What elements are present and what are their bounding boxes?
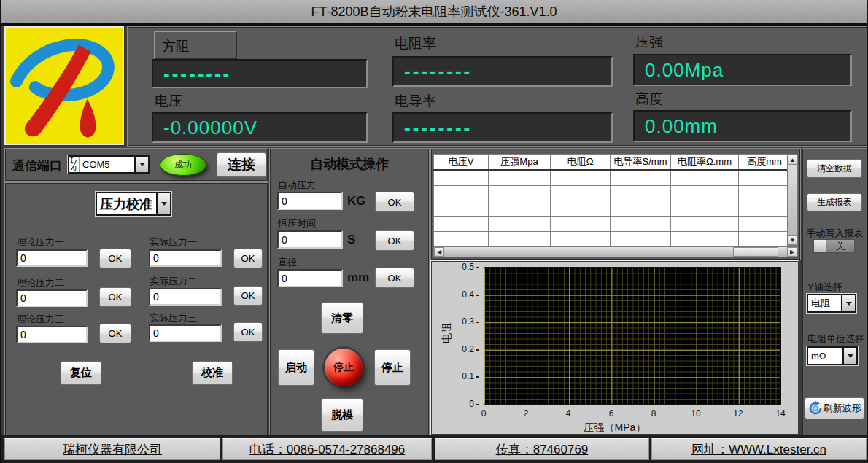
chevron-down-icon[interactable] (842, 348, 856, 364)
zero-button[interactable]: 清零 (321, 302, 363, 334)
hold-time-input[interactable] (277, 230, 343, 249)
sheet-resistance-label: 方阻 (154, 31, 237, 59)
emergency-stop-button[interactable]: 停止 (325, 349, 363, 386)
actual-pressure-1-input[interactable] (149, 249, 222, 267)
stop-button[interactable]: 停止 (374, 349, 411, 386)
hold-time-ok-button[interactable]: OK (375, 230, 414, 251)
hold-time-unit: S (347, 233, 355, 247)
clear-data-button[interactable]: 清空数据 (807, 159, 862, 178)
theoretical-pressure-3-ok-button[interactable]: OK (99, 324, 131, 343)
auto-mode-panel: 自动模式操作 自动压力 KG OK 恒压时间 S OK 直径 mm OK 清零 … (269, 148, 430, 437)
theoretical-pressure-2-input[interactable] (16, 289, 88, 307)
y-tick: 0.2 (454, 344, 479, 354)
col-resistivity: 电阻率Ω.mm (671, 155, 739, 171)
chart-plot-area[interactable] (484, 267, 781, 405)
data-table-panel: 电压V 压强Mpa 电阻Ω 电导率S/mm 电阻率Ω.mm 高度mm ▲ ▼ ◀… (430, 148, 801, 260)
table-row (434, 217, 791, 232)
start-button[interactable]: 启动 (278, 349, 314, 386)
scroll-right-icon[interactable]: ▶ (787, 247, 797, 257)
actual-pressure-2-ok-button[interactable]: OK (233, 286, 263, 306)
diameter-unit: mm (347, 271, 369, 285)
unit-select-label: 电阻单位选择 (807, 332, 864, 346)
scrollbar-thumb[interactable] (733, 247, 778, 257)
com-port-select[interactable]: I O COM5 (68, 155, 150, 174)
actual-pressure-2-input[interactable] (149, 288, 222, 306)
calibration-mode-select[interactable]: 压力校准 (96, 192, 171, 216)
height-label: 高度 (635, 90, 663, 109)
manual-report-toggle[interactable]: 关 (813, 239, 855, 253)
app-window: FT-8200B自动粉末电阻率测试仪-361.V1.0 方阻 -------- … (0, 0, 868, 463)
x-tick: 8 (643, 408, 664, 419)
connection-status-led: 成功 (160, 154, 206, 176)
window-title: FT-8200B自动粉末电阻率测试仪-361.V1.0 (311, 3, 557, 20)
y-tick: 0.3 (454, 316, 479, 327)
table-row (434, 201, 791, 217)
chevron-down-icon[interactable] (841, 295, 855, 311)
unit-value: mΩ (808, 348, 842, 364)
table-vertical-scrollbar[interactable]: ▲ ▼ (787, 154, 798, 246)
measurement-display-panel: 方阻 -------- 电压 -0.00000V 电阻率 -------- 电导… (127, 26, 868, 147)
diameter-ok-button[interactable]: OK (375, 268, 414, 288)
calibration-panel: 压力校准 理论压力一 OK 实际压力一 OK 理论压力二 OK 实际压力二 OK… (4, 182, 268, 437)
voltage-display: -0.00000V (152, 112, 368, 143)
title-bar: FT-8200B自动粉末电阻率测试仪-361.V1.0 (1, 0, 867, 26)
sheet-resistance-display: -------- (152, 59, 368, 88)
generate-report-button[interactable]: 生成报表 (807, 193, 862, 211)
theoretical-pressure-1-input[interactable] (16, 249, 88, 267)
y-axis-select-label: Y轴选择 (807, 281, 842, 294)
measurement-table[interactable]: 电压V 压强Mpa 电阻Ω 电导率S/mm 电阻率Ω.mm 高度mm (433, 154, 791, 247)
auto-pressure-input[interactable] (277, 192, 343, 210)
refresh-icon (808, 401, 823, 416)
chevron-down-icon[interactable] (134, 157, 148, 172)
col-conductivity: 电导率S/mm (611, 155, 671, 171)
unit-select[interactable]: mΩ (807, 346, 858, 365)
chevron-down-icon[interactable] (156, 193, 170, 214)
scroll-up-icon[interactable]: ▲ (788, 155, 797, 165)
theoretical-pressure-1-label: 理论压力一 (17, 236, 64, 249)
demold-button[interactable]: 脱模 (321, 398, 363, 432)
svg-text:I: I (70, 157, 74, 164)
footer-website: 网址：WWW.Lxtester.cn (651, 438, 867, 460)
col-pressure: 压强Mpa (489, 155, 551, 171)
hold-time-label: 恒压时间 (278, 217, 316, 230)
comm-port-panel: 通信端口 I O COM5 成功 连接 (4, 148, 268, 182)
theoretical-pressure-2-ok-button[interactable]: OK (99, 287, 131, 307)
table-horizontal-scrollbar[interactable]: ◀ ▶ (433, 246, 798, 257)
auto-pressure-ok-button[interactable]: OK (375, 192, 414, 212)
chart-x-axis-label: 压强（MPa） (431, 421, 799, 435)
theoretical-pressure-1-ok-button[interactable]: OK (99, 249, 131, 268)
col-voltage: 电压V (434, 155, 489, 171)
reset-button[interactable]: 复位 (61, 361, 101, 385)
actual-pressure-3-input[interactable] (149, 324, 222, 342)
scroll-left-icon[interactable]: ◀ (434, 247, 444, 257)
refresh-waveform-button[interactable]: 刷新波形 (805, 397, 864, 419)
col-height: 高度mm (739, 155, 791, 171)
table-row (434, 170, 791, 186)
connect-button[interactable]: 连接 (217, 152, 266, 177)
calibration-mode-value: 压力校准 (97, 193, 156, 214)
chart-y-axis-label: 电阻 (441, 319, 454, 348)
company-logo (4, 26, 124, 145)
theoretical-pressure-3-input[interactable] (16, 326, 88, 343)
calibrate-button[interactable]: 校准 (192, 361, 233, 385)
diameter-input[interactable] (277, 269, 343, 287)
x-tick: 2 (515, 408, 537, 419)
toggle-knob[interactable] (814, 240, 826, 252)
led-status-text: 成功 (174, 159, 192, 171)
logo-r-icon (6, 28, 123, 144)
scroll-down-icon[interactable]: ▼ (788, 235, 797, 245)
comm-port-label: 通信端口 (12, 157, 62, 174)
actual-pressure-3-ok-button[interactable]: OK (233, 322, 263, 342)
com-port-value: COM5 (80, 157, 134, 172)
x-tick: 6 (600, 408, 622, 419)
footer-bar: 瑞柯仪器有限公司 电话：0086-0574-27868496 传真：874607… (1, 435, 867, 463)
resistivity-display: -------- (392, 56, 613, 87)
y-axis-select[interactable]: 电阻 (807, 294, 856, 313)
actual-pressure-2-label: 实际压力二 (150, 275, 197, 288)
toggle-state: 关 (826, 240, 854, 253)
x-tick: 14 (770, 408, 791, 419)
col-resistance: 电阻Ω (551, 155, 611, 171)
table-row (434, 232, 791, 247)
actual-pressure-1-ok-button[interactable]: OK (233, 249, 263, 268)
actual-pressure-1-label: 实际压力一 (150, 236, 197, 249)
